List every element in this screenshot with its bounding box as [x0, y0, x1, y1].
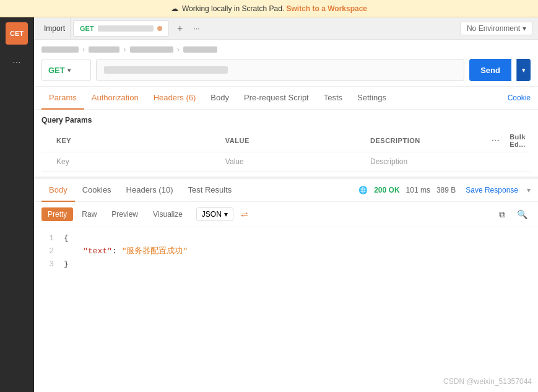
save-response-more-icon[interactable]: ▾	[527, 186, 531, 194]
line-content-1: {	[64, 232, 69, 245]
breadcrumb-sep: ›	[82, 45, 85, 54]
tabs-more-button[interactable]: ···	[191, 24, 202, 33]
format-raw-button[interactable]: Raw	[76, 207, 103, 221]
tab-pre-request-script[interactable]: Pre-request Script	[236, 87, 316, 110]
response-container: Body Cookies Headers (10) Test Results 🌐…	[34, 176, 538, 392]
url-input[interactable]	[96, 59, 464, 81]
tab-settings[interactable]: Settings	[350, 87, 394, 110]
cloud-icon: ☁	[171, 4, 178, 13]
method-label: GET	[48, 66, 65, 75]
breadcrumb-sep2: ›	[123, 45, 126, 54]
content-area: Import GET + ··· No Environment ▾ › ›	[34, 17, 538, 392]
chevron-down-icon: ▾	[523, 24, 526, 33]
sidebar: CET ···	[0, 17, 34, 392]
params-more-icon[interactable]: ···	[492, 136, 500, 146]
tab-url	[98, 25, 154, 32]
resp-tab-headers[interactable]: Headers (10)	[119, 179, 181, 202]
filter-icon[interactable]: ⇌	[241, 209, 248, 219]
copy-button[interactable]: ⧉	[493, 206, 511, 223]
format-pretty-button[interactable]: Pretty	[41, 207, 73, 221]
breadcrumb-sep3: ›	[177, 45, 180, 54]
request-tabs: Params Authorization Headers (6) Body Pr…	[34, 87, 538, 110]
breadcrumb-part-2	[89, 46, 119, 53]
json-value: "服务器配置成功"	[122, 246, 188, 256]
format-preview-button[interactable]: Preview	[105, 207, 144, 221]
sidebar-logo: CET	[6, 22, 28, 45]
watermark: CSDN @weixin_51357044	[443, 377, 532, 386]
breadcrumb-part-4	[183, 46, 217, 53]
description-placeholder[interactable]: Description	[365, 152, 487, 172]
line-content-2: "text": "服务器配置成功"	[64, 245, 188, 258]
status-code: 200 OK	[374, 186, 399, 194]
col-header-key: KEY	[51, 129, 220, 152]
query-params-title: Query Params	[41, 116, 531, 124]
tab-body[interactable]: Body	[203, 87, 236, 110]
response-time: 101 ms	[406, 186, 430, 194]
response-size: 389 B	[436, 186, 456, 194]
key-placeholder[interactable]: Key	[51, 152, 220, 172]
sidebar-more[interactable]: ···	[12, 52, 20, 73]
code-line-1: 1 {	[41, 232, 531, 245]
scratch-pad-banner: ☁ Working locally in Scratch Pad. Switch…	[0, 0, 538, 17]
code-line-3: 3 }	[41, 258, 531, 271]
header-bar: Import GET + ··· No Environment ▾	[34, 17, 538, 40]
value-placeholder[interactable]: Value	[220, 152, 365, 172]
format-type-selector[interactable]: JSON ▾	[196, 207, 233, 221]
col-header-value: VALUE	[220, 129, 365, 152]
new-tab-button[interactable]: +	[171, 20, 189, 37]
environment-selector[interactable]: No Environment ▾	[460, 22, 533, 35]
env-label: No Environment	[467, 24, 520, 33]
send-dropdown-button[interactable]: ▾	[516, 59, 531, 81]
search-button[interactable]: 🔍	[513, 206, 531, 223]
method-chevron-icon: ▾	[67, 67, 71, 74]
resp-tab-body[interactable]: Body	[41, 179, 75, 202]
format-type-chevron: ▾	[224, 210, 228, 219]
line-content-3: }	[64, 258, 69, 271]
params-table: KEY VALUE DESCRIPTION ··· Bulk Ed... Key…	[41, 129, 531, 172]
line-number-1: 1	[41, 232, 54, 245]
response-tabs-bar: Body Cookies Headers (10) Test Results 🌐…	[34, 179, 538, 202]
table-row: Key Value Description	[41, 152, 531, 172]
format-visualize-button[interactable]: Visualize	[147, 207, 189, 221]
resp-tab-test-results[interactable]: Test Results	[180, 179, 239, 202]
col-header-description: DESCRIPTION	[365, 129, 487, 152]
url-bar-container: › › › GET ▾ Send ▾	[34, 40, 538, 87]
col-header-bulk-edit[interactable]: Bulk Ed...	[505, 129, 531, 152]
tab-tests[interactable]: Tests	[316, 87, 350, 110]
globe-icon: 🌐	[358, 186, 368, 194]
breadcrumb-part-3	[130, 46, 173, 53]
url-blurred	[104, 66, 228, 74]
tab-headers[interactable]: Headers (6)	[146, 87, 204, 110]
save-response-button[interactable]: Save Response	[466, 186, 518, 194]
url-bar: GET ▾ Send ▾	[41, 59, 531, 81]
request-tab[interactable]: GET	[73, 20, 169, 37]
response-status: 🌐 200 OK 101 ms 389 B Save Response ▾	[358, 186, 531, 194]
line-number-2: 2	[41, 245, 54, 258]
tab-method: GET	[80, 25, 94, 32]
logo-text: CET	[10, 30, 24, 37]
resp-tab-cookies[interactable]: Cookies	[75, 179, 119, 202]
query-params-section: Query Params KEY VALUE DESCRIPTION ··· B…	[34, 110, 538, 172]
import-button[interactable]: Import	[39, 17, 71, 40]
response-toolbar: Pretty Raw Preview Visualize JSON ▾ ⇌ ⧉ …	[34, 202, 538, 227]
method-selector[interactable]: GET ▾	[41, 59, 91, 81]
format-type-label: JSON	[202, 210, 222, 219]
json-key: "text"	[83, 246, 112, 256]
tab-params[interactable]: Params	[41, 87, 84, 110]
switch-workspace-link[interactable]: Switch to a Workspace	[287, 4, 367, 13]
code-view: 1 { 2 "text": "服务器配置成功" 3 }	[34, 227, 538, 392]
cookie-link[interactable]: Cookie	[508, 94, 531, 102]
tab-status-dot	[157, 26, 162, 31]
banner-text: Working locally in Scratch Pad.	[182, 4, 284, 13]
line-number-3: 3	[41, 258, 54, 271]
tab-authorization[interactable]: Authorization	[84, 87, 146, 110]
code-line-2: 2 "text": "服务器配置成功"	[41, 245, 531, 258]
breadcrumb: › › ›	[41, 45, 531, 54]
breadcrumb-part-1	[41, 46, 79, 53]
send-button[interactable]: Send	[469, 59, 511, 81]
